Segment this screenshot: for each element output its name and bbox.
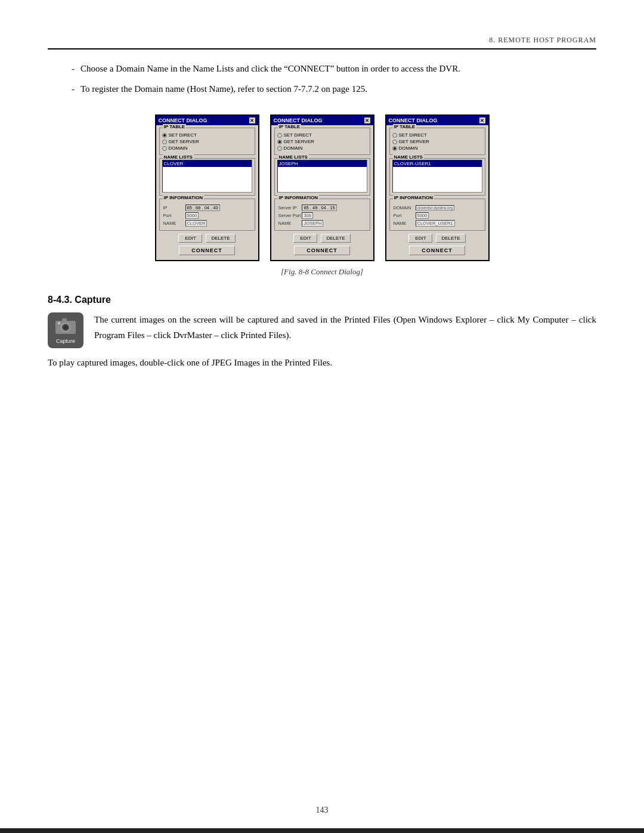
dialog-3-ipinfo-table: DOMAIN cloverdvr.dyndns.org Port 5000 NA… xyxy=(392,203,482,228)
dialog-1-iptable-label: IP TABLE xyxy=(163,124,187,129)
dialog-2-namelists-group: NAME LISTS JOSEPH xyxy=(274,158,370,196)
dialog-1-namelists-box[interactable]: CLOVER xyxy=(162,160,252,193)
capture-icon-label: Capture xyxy=(56,338,75,344)
dialog-1-ip-label: IP xyxy=(163,205,184,211)
capture-text-1: The current images on the screen will be… xyxy=(94,312,596,343)
dialog-3-radio-domain[interactable]: DOMAIN xyxy=(392,145,482,151)
dialogs-row: CONNECT DIALOG ✕ IP TABLE SET DIRECT GET… xyxy=(48,114,596,261)
dialog-1-getserver-label: GET SERVER xyxy=(169,139,199,144)
dialog-3-port-label: Port xyxy=(394,212,414,219)
dialog-1-connect-row: CONNECT xyxy=(159,246,255,255)
bullet-dash-2: - xyxy=(72,82,75,97)
dialog-2-iptable-label: IP TABLE xyxy=(278,124,302,129)
dialog-3-radio-domain-icon xyxy=(392,146,397,151)
dialog-1-edit-button[interactable]: EDIT xyxy=(178,234,202,243)
dialog-3-port-value: 5000 xyxy=(416,212,429,219)
dialog-2-getserver-label: GET SERVER xyxy=(284,139,314,144)
dialog-1-ipinfo-table: IP 65 . 66 . 04 . 40 Port 5000 NAME CLOV… xyxy=(162,203,252,228)
dialog-1-title: CONNECT DIALOG xyxy=(159,117,208,123)
dialog-2-close[interactable]: ✕ xyxy=(364,117,371,124)
dialog-1-name-label: NAME xyxy=(163,220,184,227)
dialog-1-action-buttons: EDIT DELETE xyxy=(159,234,255,243)
dialog-1-namelists-label: NAME LISTS xyxy=(163,154,194,160)
dialog-2-radio-setdirect-icon xyxy=(277,133,282,138)
dialog-2-radio-getserver-icon xyxy=(277,140,282,144)
dialog-2-iptable-group: IP TABLE SET DIRECT GET SERVER DOMAIN xyxy=(274,128,370,155)
dialog-3-domain-label: DOMAIN xyxy=(399,145,418,151)
dialog-2-delete-button[interactable]: DELETE xyxy=(321,234,350,243)
dialog-2-connect-row: CONNECT xyxy=(274,246,370,255)
dialog-2-radio-setdirect[interactable]: SET DIRECT xyxy=(277,132,367,138)
dialog-2-namelists-selected: JOSEPH xyxy=(278,160,367,167)
dialog-3-title: CONNECT DIALOG xyxy=(389,117,438,123)
capture-section: 8-4.3. Capture Capture The current image… xyxy=(48,295,596,371)
dialog-1-delete-button[interactable]: DELETE xyxy=(206,234,235,243)
dialog-3-radio-getserver-icon xyxy=(392,140,397,144)
dialog-1-name-value: CLOVER xyxy=(185,220,208,227)
dialog-2-radio-getserver[interactable]: GET SERVER xyxy=(277,139,367,144)
dialog-3-namelists-label: NAME LISTS xyxy=(393,154,424,160)
dialog-3-radio-setdirect[interactable]: SET DIRECT xyxy=(392,132,482,138)
dialog-1-ip-value: 65 . 66 . 04 . 40 xyxy=(185,205,220,211)
dialog-3-namelists-selected: CLOVER-USER1 xyxy=(393,160,482,167)
dialog-2-ipinfo-label: IP INFORMATION xyxy=(278,195,319,200)
dialog-2-ipinfo-group: IP INFORMATION Server IP 65 . 49 . 04 . … xyxy=(274,199,370,231)
dialog-1-namelists-selected: CLOVER xyxy=(163,160,252,167)
dialog-3-radio-setdirect-icon xyxy=(392,133,397,138)
dialog-2-radio-domain[interactable]: DOMAIN xyxy=(277,145,367,151)
dialog-2-setdirect-label: SET DIRECT xyxy=(284,132,312,138)
page-header: 8. REMOTE HOST PROGRAM xyxy=(48,36,596,49)
dialog-3-namelists-group: NAME LISTS CLOVER-USER1 xyxy=(389,158,485,196)
bullet-list: - Choose a Domain Name in the Name Lists… xyxy=(72,61,596,97)
dialog-1-port-label: Port xyxy=(163,212,184,219)
dialog-2-name-label: NAME xyxy=(278,220,301,227)
dialog-3-delete-button[interactable]: DELETE xyxy=(436,234,465,243)
dialog-2-name-value: JOSEPH xyxy=(302,220,323,227)
dialog-3-close[interactable]: ✕ xyxy=(479,117,486,124)
dialog-1-ipinfo-group: IP INFORMATION IP 65 . 66 . 04 . 40 Port… xyxy=(159,199,255,231)
dialog-1-radio-domain-icon xyxy=(162,146,167,151)
dialog-2-edit-button[interactable]: EDIT xyxy=(293,234,317,243)
dialog-1-radio-setdirect[interactable]: SET DIRECT xyxy=(162,132,252,138)
page-number: 143 xyxy=(316,806,329,815)
dialog-2-connect-button[interactable]: CONNECT xyxy=(294,246,350,255)
dialog-2-namelists-label: NAME LISTS xyxy=(278,154,309,160)
dialog-2-domain-label: DOMAIN xyxy=(284,145,303,151)
dialog-1-radio-domain[interactable]: DOMAIN xyxy=(162,145,252,151)
dialog-2-serverport-value: 308 xyxy=(302,212,313,219)
dialog-3-edit-button[interactable]: EDIT xyxy=(408,234,432,243)
bullet-text-1: Choose a Domain Name in the Name Lists a… xyxy=(80,61,460,77)
bullet-item-2: - To register the Domain name (Host Name… xyxy=(72,82,596,97)
capture-text-2: To play captured images, double-click on… xyxy=(48,355,596,371)
dialog-3-iptable-group: IP TABLE SET DIRECT GET SERVER DOMAIN xyxy=(389,128,485,155)
dialog-2-namelists-box[interactable]: JOSEPH xyxy=(277,160,367,193)
dialog-3-name-value: CLOVER_USER1 xyxy=(416,220,455,227)
dialog-3-radio-getserver[interactable]: GET SERVER xyxy=(392,139,482,144)
dialog-2-action-buttons: EDIT DELETE xyxy=(274,234,370,243)
dialog-3-namelists-box[interactable]: CLOVER-USER1 xyxy=(392,160,482,193)
dialog-3-setdirect-label: SET DIRECT xyxy=(399,132,427,138)
dialog-1: CONNECT DIALOG ✕ IP TABLE SET DIRECT GET… xyxy=(155,114,259,261)
bottom-bar xyxy=(0,828,644,833)
bullet-dash-1: - xyxy=(72,61,75,77)
dialog-1-connect-button[interactable]: CONNECT xyxy=(179,246,235,255)
dialog-2-serverport-label: Server Port xyxy=(278,212,301,219)
dialog-2: CONNECT DIALOG ✕ IP TABLE SET DIRECT GET… xyxy=(270,114,374,261)
dialog-3-connect-button[interactable]: CONNECT xyxy=(409,246,465,255)
dialog-2-radio-domain-icon xyxy=(277,146,282,151)
fig-caption: [Fig. 8-8 Connect Dialog] xyxy=(48,267,596,277)
capture-icon-image xyxy=(55,317,76,336)
capture-icon: Capture xyxy=(48,312,83,348)
dialog-1-namelists-group: NAME LISTS CLOVER xyxy=(159,158,255,196)
dialog-1-port-value: 5000 xyxy=(185,212,199,219)
dialog-1-close[interactable]: ✕ xyxy=(249,117,256,124)
dialog-1-iptable-group: IP TABLE SET DIRECT GET SERVER DOMAIN xyxy=(159,128,255,155)
dialog-1-radio-setdirect-icon xyxy=(162,133,167,138)
dialog-3-getserver-label: GET SERVER xyxy=(399,139,429,144)
dialog-1-radio-getserver[interactable]: GET SERVER xyxy=(162,139,252,144)
dialog-1-setdirect-label: SET DIRECT xyxy=(169,132,197,138)
dialog-3-ipinfo-group: IP INFORMATION DOMAIN cloverdvr.dyndns.o… xyxy=(389,199,485,231)
dialog-3-name-label: NAME xyxy=(394,220,414,227)
dialog-3-connect-row: CONNECT xyxy=(389,246,485,255)
dialog-2-ipinfo-table: Server IP 65 . 49 . 04 . 15 Server Port … xyxy=(277,203,367,228)
